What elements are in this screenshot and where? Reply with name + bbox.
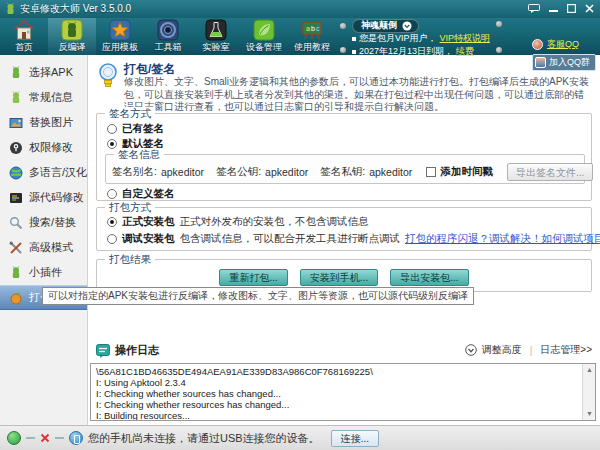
connect-button[interactable]: 连接... [331,430,379,447]
vip-privileges-link[interactable]: VIP特权说明 [440,32,491,45]
privkey-value: apkeditor [369,166,412,178]
alias-label: 签名别名: [112,165,157,179]
sidebar-item-label: 高级模式 [29,240,73,255]
toolbar-item-tutorial[interactable]: a b c 使用教程 [288,18,336,55]
log-manage-link[interactable]: 日志管理>> [540,343,592,357]
package-method-group-title: 打包方式 [105,201,155,215]
group-avatar-icon [535,57,546,68]
log-line: I: Checking whether resources has change… [96,399,579,410]
log-header: 操作日志 [96,343,159,358]
join-qq-group-label: 加入QQ群 [549,56,590,69]
scroll-down-icon[interactable]: ▼ [583,408,596,420]
adjust-height-label[interactable]: 调整高度 [482,343,522,357]
radio-custom-signature[interactable] [107,189,117,199]
toolbar-item-toolbox[interactable]: 工具箱 [144,18,192,55]
toolbar-label: 使用教程 [294,42,330,53]
release-package-desc: 正式对外发布的安装包，不包含调试信息 [180,215,369,229]
image-icon [9,116,23,130]
star-template-icon [108,18,132,42]
window-title: 安卓修改大师 Ver 3.5.0.0 [20,2,131,16]
close-icon[interactable] [585,4,594,13]
main-content: 打包/签名 修改图片、文字、Smali业务逻辑和其他的参数后，可以通过本功能进行… [88,55,600,425]
maximize-icon[interactable] [567,4,576,13]
toolbar-item-devices[interactable]: 设备管理 [240,18,288,55]
service-qq-link[interactable]: 客服QQ [547,38,579,51]
privkey-label: 签名私钥: [320,165,365,179]
status-bar: 您的手机尚未连接，请通过USB连接您的设备。 连接... [0,425,600,450]
minimize-icon[interactable] [549,4,558,13]
radio-existing-signature[interactable] [107,124,117,134]
pubkey-value: apkeditor [265,166,308,178]
log-line: \56A81C1BD46635DE494AEA91AE339D83A986C0F… [96,366,579,377]
timestamp-checkbox[interactable] [426,167,436,177]
radio-custom-signature-label: 自定义签名 [122,187,175,201]
debug-help-link[interactable]: 打包的程序闪退？调试解决！如何调试项目看这里... [405,232,600,246]
chevron-down-icon [402,21,412,31]
adjust-height-chevron-icon[interactable] [465,344,477,356]
svg-text:c: c [316,25,320,32]
sidebar-item-plugins[interactable]: 小插件 [0,260,87,285]
toolbar-item-home[interactable]: 首页 [0,18,48,55]
sidebar-item-general-info[interactable]: 常规信息 [0,85,87,110]
scroll-up-icon[interactable]: ▲ [583,364,596,376]
decor-dot [496,47,502,53]
feedback-icon[interactable] [528,4,540,13]
log-scrollbar[interactable]: ▲ ▼ [582,364,595,420]
package-icon [9,291,23,305]
export-package-button[interactable]: 导出安装包... [390,269,468,286]
log-line: I: Checking whether sources has changed.… [96,388,579,399]
service-avatar-icon [532,39,543,50]
sidebar-item-label: 替换图片 [29,115,73,130]
join-qq-group-button[interactable]: 加入QQ群 [532,54,596,71]
toolbox-icon [156,18,180,42]
main-toolbar: 首页 反编译 应用模板 [0,18,600,55]
home-icon [12,18,36,42]
sidebar-item-select-apk[interactable]: 选择APK [0,60,87,85]
sidebar-item-replace-images[interactable]: 替换图片 [0,110,87,135]
code-icon [9,191,23,205]
sidebar-item-permissions[interactable]: 权限修改 [0,135,87,160]
radio-debug-package[interactable] [107,234,117,244]
app-window: 安卓修改大师 Ver 3.5.0.0 [0,0,600,450]
vip-status-text: 您是包月VIP用户， [359,32,437,45]
export-signature-button[interactable]: 导出签名文件... [507,163,593,181]
renew-link[interactable]: 续费 [456,45,474,58]
toolbar-label: 设备管理 [246,42,282,53]
sidebar: 选择APK 常规信息 替换图片 权限修改 [0,55,88,425]
sidebar-item-search-replace[interactable]: 搜索/替换 [0,210,87,235]
lab-flask-icon [204,18,228,42]
debug-package-desc: 包含调试信息，可以配合开发工具进行断点调试 [180,232,401,246]
username: 神魂颠倒 [361,19,397,32]
decor-dot [340,23,346,29]
sidebar-item-languages[interactable]: 多语言/汉化 [0,160,87,185]
sidebar-tooltip: 可以对指定的APK安装包进行反编译，修改图标、文字、图片等资源，也可以源代码级别… [42,287,474,305]
radio-release-package[interactable] [107,217,117,227]
install-to-phone-button[interactable]: 安装到手机... [300,269,378,286]
expiry-text: 2027年12月13日到期， [359,45,453,58]
section-header: 打包/签名 修改图片、文字、Smali业务逻辑和其他的参数后，可以通过本功能进行… [88,55,600,105]
username-badge[interactable]: 神魂颠倒 [352,19,419,33]
pubkey-label: 签名公钥: [216,165,261,179]
sidebar-item-label: 常规信息 [29,90,73,105]
connection-line [26,437,35,439]
repack-button[interactable]: 重新打包... [219,269,287,286]
divider: | [530,345,533,356]
radio-debug-package-label: 调试安装包 [122,232,175,246]
toolbar-label: 反编译 [59,42,86,53]
sign-info-group: 签名信息 签名别名: apkeditor 签名公钥: apkeditor 签名私… [105,154,585,184]
toolbar-item-decompile[interactable]: 反编译 [48,18,96,55]
toolbar-label: 首页 [15,42,33,53]
sidebar-item-advanced-mode[interactable]: 高级模式 [0,235,87,260]
log-icon [96,344,110,358]
toolbar-item-templates[interactable]: 应用模板 [96,18,144,55]
timestamp-checkbox-label: 添加时间戳 [440,165,493,179]
sidebar-item-source-code[interactable]: 源代码修改 [0,185,87,210]
permission-icon [9,141,23,155]
toolbar-item-lab[interactable]: 实验室 [192,18,240,55]
toolbar-label: 工具箱 [155,42,182,53]
sign-method-group: 签名方式 已有签名 默认签名 签名信息 签名别名: apkeditor 签名公钥… [96,113,592,201]
radio-existing-signature-label: 已有签名 [122,122,164,136]
svg-text:b: b [311,25,315,32]
alias-value: apkeditor [161,166,204,178]
log-output[interactable]: \56A81C1BD46635DE494AEA91AE339D83A986C0F… [90,363,596,421]
